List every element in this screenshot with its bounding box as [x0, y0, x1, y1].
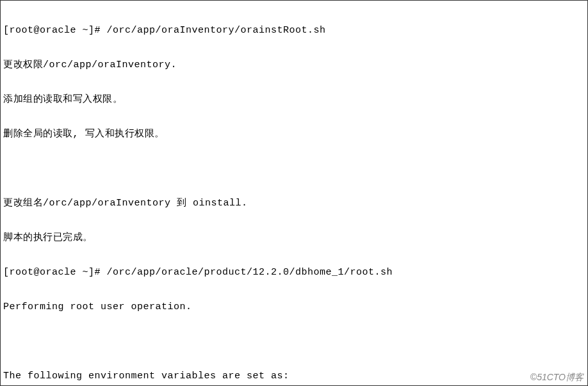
terminal-line: 添加组的读取和写入权限。: [3, 94, 585, 106]
terminal-line: [3, 336, 585, 348]
terminal-line: 更改组名/orc/app/oraInventory 到 oinstall.: [3, 198, 585, 209]
terminal-line: [root@oracle ~]# /orc/app/oracle/product…: [3, 267, 585, 278]
terminal-line: [3, 163, 585, 175]
terminal-line: 更改权限/orc/app/oraInventory.: [3, 60, 585, 71]
terminal-line: 脚本的执行已完成。: [3, 232, 585, 244]
watermark-label: ©51CTO博客: [530, 371, 584, 383]
terminal-line: 删除全局的读取, 写入和执行权限。: [3, 129, 585, 140]
terminal-line: The following environment variables are …: [3, 371, 585, 382]
terminal-output[interactable]: [root@oracle ~]# /orc/app/oraInventory/o…: [1, 1, 587, 386]
terminal-line: Performing root user operation.: [3, 302, 585, 313]
terminal-line: [root@oracle ~]# /orc/app/oraInventory/o…: [3, 25, 585, 36]
